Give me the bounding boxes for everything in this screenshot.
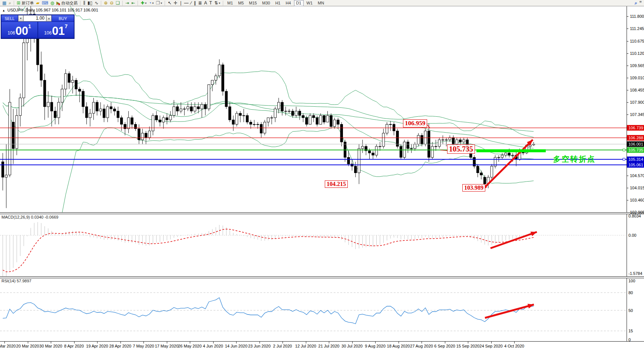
horizontal-line-icon[interactable]: — (183, 0, 190, 6)
timeframe-button-m5[interactable]: M5 (236, 0, 246, 6)
zoom-out-icon: ⊖ (110, 0, 113, 6)
timeframe-button-m1[interactable]: M1 (225, 0, 235, 6)
sell-price-button[interactable]: 106 00 1 (1, 22, 37, 38)
annotation-note[interactable]: 多空转折点 (553, 154, 596, 164)
timeframe-button-m15[interactable]: M15 (247, 0, 259, 6)
arrows-icon[interactable]: ⇅▾ (213, 0, 221, 6)
price-callout-105.735[interactable]: 105.735 (447, 144, 475, 154)
candlestick-icon: ▮▯ (87, 0, 92, 6)
time-axis[interactable]: 11 Mar 202020 Mar 202030 Mar 20208 Apr 2… (0, 341, 644, 349)
autotrade-icon[interactable]: ▶自动交易 (55, 0, 79, 6)
timeframe-button-h4[interactable]: H4 (283, 0, 293, 6)
tile-windows-icon[interactable]: ❏ (115, 0, 121, 6)
trendline-icon: ∕ (191, 0, 192, 6)
timeframe-button-d1[interactable]: D1 (294, 0, 304, 6)
price-axis-tick (627, 200, 628, 200)
volume-decrease-button[interactable]: ▼ (18, 15, 23, 21)
dropdown-arrow-icon[interactable]: ▾ (145, 1, 146, 5)
timeframe-button-m30[interactable]: M30 (260, 0, 272, 6)
volume-increase-button[interactable]: ▲ (46, 15, 52, 21)
timeframe-button-mn[interactable]: MN (316, 0, 326, 6)
time-axis-tick (399, 342, 399, 343)
volume-input[interactable]: 1.00 (23, 15, 46, 21)
pane-separator[interactable] (0, 276, 644, 278)
mt4-window: ▦⌕⊞新订单▰⌨◍▶自动交易⫼▮▯∿⊕⊖❏⇥⇤✚▾◔▾❐▾↖✛∣—∕∥≣AT⇅▾… (0, 0, 644, 349)
time-axis-tick (190, 342, 190, 343)
candlestick-icon[interactable]: ▮▯ (86, 0, 93, 6)
time-axis-label: 8 Apr 2020 (64, 344, 84, 348)
text-icon[interactable]: A (203, 0, 208, 6)
macd-pane[interactable] (0, 214, 627, 276)
preview-icon: ⌕ (9, 0, 11, 6)
text-icon: A (204, 0, 207, 6)
zoom-in-icon[interactable]: ⊕ (103, 0, 109, 6)
toolbar-separator (223, 1, 223, 6)
time-axis-tick (375, 342, 376, 343)
time-axis-label: 19 Apr 2020 (86, 344, 108, 348)
buy-price-button[interactable]: 106 01 7 (38, 22, 74, 38)
price-axis-tick (627, 53, 628, 54)
trendline-icon[interactable]: ∕ (190, 0, 193, 6)
crosshair-icon[interactable]: ✛ (172, 0, 178, 6)
templates-icon[interactable]: ❐▾ (155, 0, 164, 6)
label-icon[interactable]: T (208, 0, 213, 6)
line-chart-icon: ∿ (95, 0, 98, 6)
arrows-icon: ⇅ (214, 0, 218, 6)
gold-bar-icon: ▰ (36, 0, 39, 6)
price-axis-label: 107.900 (630, 100, 644, 104)
new-order-icon[interactable]: ⊞新订单 (16, 0, 35, 6)
price-callout-104.215[interactable]: 104.215 (325, 180, 348, 188)
cursor-icon[interactable]: ↖ (166, 0, 172, 6)
signal-icon[interactable]: ◍ (49, 0, 55, 6)
price-callout-106.959[interactable]: 106.959 (403, 119, 427, 127)
macd-axis-label: -1.5784 (628, 271, 642, 276)
dropdown-arrow-icon[interactable]: ▾ (219, 1, 220, 5)
time-axis-label: 21 Jul 2020 (318, 344, 340, 348)
vertical-line-icon[interactable]: ∣ (179, 0, 183, 6)
stop-badge-icon (58, 3, 60, 5)
timeframe-button-w1[interactable]: W1 (304, 0, 315, 6)
collapse-triangle-icon[interactable]: ▲ (2, 9, 5, 12)
rsi-axis-label: 80 (628, 290, 633, 295)
bar-chart-icon[interactable]: ⫼ (82, 0, 86, 6)
time-axis-tick (468, 342, 468, 343)
terminal-icon[interactable]: ⌨ (40, 0, 49, 6)
toolbar-separator (138, 1, 138, 6)
search-icon[interactable]: ⌕ (634, 0, 638, 6)
time-axis-label: 20 Mar 2020 (16, 344, 39, 348)
dropdown-arrow-icon[interactable]: ▾ (161, 1, 162, 5)
indicators-icon[interactable]: ✚▾ (139, 0, 148, 6)
price-tag-106.288: 106.288 (627, 135, 644, 140)
buy-button[interactable]: BUY (52, 15, 74, 21)
pane-separator[interactable] (0, 212, 644, 214)
one-click-trade-panel: SELL ▼ 1.00 ▲ BUY 106 00 1 106 01 7 (1, 14, 75, 39)
vertical-line-icon: ∣ (180, 0, 182, 6)
signal-icon: ◍ (50, 0, 54, 6)
channel-icon[interactable]: ∥ (193, 0, 197, 6)
search-icon: ⌕ (635, 0, 637, 6)
line-chart-icon[interactable]: ∿ (93, 0, 99, 6)
price-tag-105.314: 105.314 (627, 156, 644, 162)
bar-chart-icon: ⫼ (83, 0, 85, 6)
periods-icon[interactable]: ◔▾ (148, 0, 155, 6)
zoom-out-icon[interactable]: ⊖ (109, 0, 115, 6)
fibonacci-icon: ≣ (198, 0, 202, 6)
chart-shift-icon[interactable]: ⇤ (130, 0, 136, 6)
sell-button[interactable]: SELL (1, 15, 18, 21)
gold-bar-icon[interactable]: ▰ (35, 0, 40, 6)
macd-axis-label: 0.8034 (628, 214, 641, 218)
timeframe-button-h1[interactable]: H1 (273, 0, 283, 6)
auto-scroll-icon[interactable]: ⇥ (124, 0, 130, 6)
rsi-pane[interactable] (0, 278, 627, 341)
time-axis-tick (4, 342, 5, 343)
zoom-in-icon: ⊕ (104, 0, 108, 6)
price-chart-pane[interactable] (0, 6, 627, 212)
fibonacci-icon[interactable]: ≣ (197, 0, 203, 6)
chat-icon[interactable]: ❞ (638, 0, 643, 6)
highlight-rectangle[interactable] (476, 149, 546, 152)
chart-windows-icon[interactable]: ▦ (1, 0, 7, 6)
dropdown-arrow-icon[interactable]: ▾ (152, 1, 154, 5)
preview-icon[interactable]: ⌕ (7, 0, 12, 6)
price-callout-103.989[interactable]: 103.989 (462, 184, 485, 192)
time-axis-label: 2 Jul 2020 (273, 344, 292, 348)
